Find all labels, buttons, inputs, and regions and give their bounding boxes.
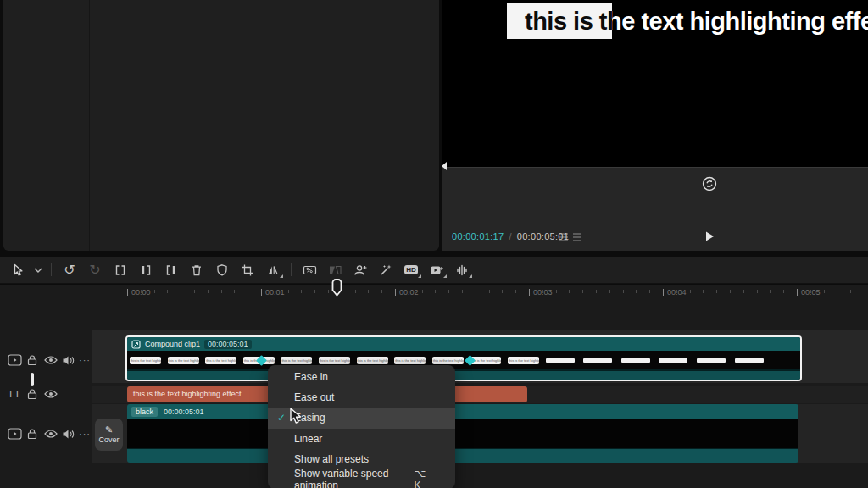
export-clip-icon[interactable] <box>424 259 449 281</box>
eye-icon[interactable] <box>42 353 59 367</box>
ruler-tick <box>368 290 369 293</box>
speed-icon[interactable] <box>297 259 322 281</box>
select-tool-icon[interactable] <box>5 259 31 281</box>
ruler-tick <box>234 290 235 293</box>
more-options-icon[interactable]: ··· <box>76 427 93 441</box>
ruler-label: 00:04 <box>663 288 687 297</box>
ruler-tick <box>248 290 248 293</box>
lock-icon[interactable] <box>24 353 41 367</box>
speaker-icon[interactable] <box>59 427 76 441</box>
ruler-tick <box>542 290 543 293</box>
tool-dropdown-chevron-icon[interactable] <box>31 259 46 281</box>
audio-enhance-icon[interactable] <box>449 259 475 281</box>
mask-icon[interactable] <box>209 259 235 281</box>
preview-quality-icons[interactable] <box>559 233 581 241</box>
compound-clip-body: this is the text highlighting effectthis… <box>127 351 800 369</box>
ruler-tick <box>154 290 155 293</box>
playhead-line <box>337 296 338 366</box>
compound-clip-footer <box>127 369 800 381</box>
speaker-icon[interactable] <box>59 353 76 367</box>
toolbar-separator <box>291 263 292 276</box>
crop-icon[interactable] <box>235 259 260 281</box>
compound-clip-icon <box>131 340 141 349</box>
preview-caption: this is the text highlighting effect thi… <box>507 3 868 39</box>
ruler-tick <box>850 290 851 293</box>
ruler-tick <box>623 290 624 293</box>
caption-highlight: this is the text highlighting effect <box>507 3 612 39</box>
lock-icon[interactable] <box>24 427 41 441</box>
caption-segment-chip: this is the text highlighting effect <box>394 357 426 364</box>
ruler-tick <box>167 290 168 293</box>
ruler-tick <box>810 290 811 293</box>
trim-left-icon[interactable] <box>133 259 159 281</box>
current-timecode: 00:00:01:17 <box>452 231 504 241</box>
split-icon[interactable] <box>108 259 133 281</box>
caption-segment-chip <box>697 358 726 363</box>
caption-segment-chip: this is the text highlighting effect <box>432 357 464 364</box>
play-button[interactable] <box>703 230 716 243</box>
quality-icon-a[interactable] <box>559 233 568 241</box>
cover-button[interactable]: ✎ Cover <box>95 419 123 451</box>
loop-playback-icon[interactable] <box>702 176 717 191</box>
caption-segment-chip: this is the text highlighting effect <box>205 357 236 364</box>
lock-icon[interactable] <box>24 387 41 401</box>
magic-wand-icon[interactable] <box>373 259 398 281</box>
eye-icon[interactable] <box>42 387 59 401</box>
trim-right-icon[interactable] <box>159 259 184 281</box>
preview-panel: this is the text highlighting effect thi… <box>442 0 868 251</box>
media-panel <box>3 0 439 251</box>
video-viewport[interactable]: this is the text highlighting effect thi… <box>442 0 868 168</box>
flip-icon[interactable] <box>260 259 286 281</box>
tracks-scrollbar-thumb[interactable] <box>31 373 34 386</box>
toolbar-separator <box>51 263 52 276</box>
caption-segment-chip: this is the text highlighting effect <box>130 357 161 364</box>
ruler-tick <box>314 290 315 293</box>
timecode-separator: / <box>509 231 511 241</box>
video-clip-body <box>127 419 798 448</box>
panel-resize-handle[interactable] <box>442 162 447 170</box>
ruler-tick <box>757 290 758 293</box>
ruler-tick <box>703 290 704 293</box>
check-icon: ✓ <box>277 412 286 424</box>
portrait-icon[interactable] <box>348 259 373 281</box>
compound-clip[interactable]: Compound clip1 00:00:05:01 this is the t… <box>125 336 802 381</box>
video-clip-duration: 00:00:05:01 <box>164 408 204 416</box>
ruler-tick <box>422 290 423 293</box>
ruler-tick <box>636 290 637 293</box>
ruler-tick <box>301 290 302 293</box>
transition-icon[interactable] <box>322 259 348 281</box>
menu-item-ease-in[interactable]: Ease in <box>268 367 455 387</box>
ruler-tick <box>355 290 356 293</box>
delete-icon[interactable] <box>184 259 209 281</box>
ruler-tick <box>448 290 449 293</box>
video-clip[interactable]: black 00:00:05:01 <box>127 404 798 463</box>
menu-item-show-variable-speed[interactable]: Show variable speed animation ⌥ K <box>268 469 455 488</box>
video-clip-audio-strip <box>127 448 798 463</box>
ruler-label: 00:02 <box>395 288 419 297</box>
menu-item-show-all-presets[interactable]: Show all presets <box>268 449 455 469</box>
more-options-icon[interactable]: ··· <box>76 353 93 367</box>
ruler-tick <box>208 290 209 293</box>
ruler-tick <box>743 290 744 293</box>
track-gutter-divider <box>92 302 92 488</box>
ruler-tick <box>569 290 570 293</box>
quality-icon-b[interactable] <box>573 233 581 241</box>
timeline-ruler[interactable]: 00:0000:0100:0200:0300:0400:05 <box>0 285 868 302</box>
playhead[interactable] <box>331 279 342 366</box>
video-clip-name: black <box>131 407 158 417</box>
undo-icon[interactable]: ↺ <box>57 259 82 281</box>
redo-icon[interactable]: ↻ <box>82 259 108 281</box>
ruler-tick <box>435 290 436 293</box>
hd-icon[interactable]: HD <box>398 259 424 281</box>
ruler-tick <box>609 290 610 293</box>
ruler-label: 00:01 <box>261 288 285 297</box>
playhead-head[interactable] <box>331 279 342 297</box>
ruler-tick <box>556 290 557 293</box>
caption-segment-chip: this is the text highlighting effect <box>357 357 388 364</box>
eye-icon[interactable] <box>42 427 59 441</box>
menu-item-linear[interactable]: Linear <box>268 429 455 449</box>
cover-button-label: Cover <box>98 435 119 444</box>
caption-segment-chip <box>659 358 687 363</box>
menu-item-ease-out[interactable]: Ease out <box>268 387 455 408</box>
caption-segment-chip <box>621 358 650 363</box>
